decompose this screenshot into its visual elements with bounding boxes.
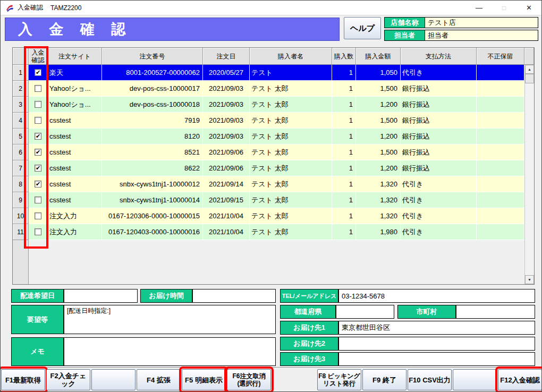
f6-order-cancel-button[interactable]: F6注文取消(選択行) — [227, 369, 271, 390]
table-row[interactable]: 3Yahoo!ショ...dev-pos-css-100000182021/09/… — [13, 97, 524, 113]
table-row[interactable]: 11注文入力0167-120403-0000-100000162021/10/0… — [13, 224, 524, 240]
delivery-time-field[interactable] — [192, 289, 276, 303]
cell-order-number: 8120 — [102, 129, 203, 144]
cell-buyer-name: テスト 太郎 — [250, 113, 332, 129]
cell-payment-method: 代引き — [401, 192, 477, 208]
table-row[interactable]: 5✔csstest81202021/09/03テスト 太郎11,200銀行振込 — [13, 129, 524, 144]
cell-quantity: 1 — [332, 81, 356, 97]
cell-amount: 1,320 — [356, 208, 401, 224]
scroll-up-button[interactable]: ▲ — [525, 65, 534, 74]
payment-confirm-checkbox[interactable] — [35, 85, 41, 92]
tel-mail-field[interactable]: 03-1234-5678 — [338, 289, 535, 303]
table-row[interactable]: 8✔csstestsnbx-cyws1tnj1-100000122021/09/… — [13, 176, 524, 192]
cell-order-site: csstest — [48, 113, 102, 129]
window-title-code: TAMZ2200 — [50, 4, 81, 12]
cell-fraud-hold — [477, 97, 524, 113]
payment-confirm-checkbox[interactable] — [35, 212, 41, 219]
close-button[interactable]: ✕ — [516, 1, 541, 15]
cell-buyer-name: テスト 太郎 — [250, 208, 332, 224]
scroll-down-button[interactable]: ▼ — [525, 275, 534, 284]
cell-payment-method: 代引き — [401, 65, 477, 81]
payment-confirm-checkbox[interactable] — [35, 117, 41, 124]
f8-picking-list-button[interactable]: F8 ピッキングリスト発行 — [317, 369, 361, 390]
cell-order-site: 楽天 — [48, 65, 102, 81]
cell-payment-confirm — [29, 81, 48, 97]
table-row[interactable]: 1✔楽天8001-200527-000000622020/05/27テスト11,… — [13, 65, 524, 81]
payment-confirm-checkbox[interactable]: ✔ — [35, 133, 41, 140]
cell-quantity: 1 — [332, 97, 356, 113]
payment-confirm-checkbox[interactable] — [35, 101, 41, 108]
payment-confirm-checkbox[interactable]: ✔ — [35, 181, 41, 188]
scrollbar-track[interactable] — [525, 83, 534, 275]
row-number[interactable]: 8 — [13, 176, 29, 192]
cell-buyer-name: テスト 太郎 — [250, 129, 332, 144]
payment-confirm-checkbox[interactable] — [35, 228, 41, 235]
minimize-button[interactable]: — — [467, 1, 492, 15]
f2-payment-check-button[interactable]: F2入金チェック — [46, 369, 90, 390]
cell-payment-confirm — [29, 192, 48, 208]
cell-fraud-hold — [477, 160, 524, 176]
table-row[interactable]: 4csstest79192021/09/03テスト 太郎11,500銀行振込 — [13, 113, 524, 129]
row-number[interactable]: 2 — [13, 81, 29, 97]
table-row[interactable]: 10注文入力0167-120306-0000-100000152021/10/0… — [13, 208, 524, 224]
memo-field[interactable] — [64, 337, 276, 366]
row-number[interactable]: 1 — [13, 65, 29, 81]
table-row[interactable]: 7✔csstest86222021/09/06テスト 太郎11,200銀行振込 — [13, 160, 524, 176]
payment-confirmation-window: { "titlebar": { "title": "入金確認", "code":… — [0, 0, 542, 392]
payment-confirm-checkbox[interactable]: ✔ — [35, 149, 41, 156]
city-field[interactable] — [456, 305, 535, 319]
grid-empty-area — [13, 240, 524, 284]
cell-buyer-name: テスト 太郎 — [250, 81, 332, 97]
f4-extend-button[interactable]: F4 拡張 — [137, 369, 181, 390]
tel-mail-label: TEL/メールアドレス — [280, 289, 338, 303]
vertical-scrollbar[interactable]: ▲ ▼ — [524, 65, 534, 284]
f5-detail-view-button[interactable]: F5 明細表示 — [182, 369, 226, 390]
request-field[interactable]: [配送日時指定:] — [64, 305, 276, 334]
address2-field[interactable] — [338, 337, 535, 351]
cell-amount: 1,980 — [356, 224, 401, 240]
payment-confirm-checkbox[interactable]: ✔ — [35, 165, 41, 172]
cell-payment-method: 銀行振込 — [401, 129, 477, 144]
delivery-date-field[interactable] — [64, 289, 138, 303]
cell-amount: 1,050 — [356, 65, 401, 81]
table-row[interactable]: 2Yahoo!ショ...dev-pos-css-100000172021/09/… — [13, 81, 524, 97]
column-header-hold: 不正保留 — [477, 48, 524, 65]
cell-quantity: 1 — [332, 192, 356, 208]
row-number[interactable]: 5 — [13, 129, 29, 144]
cell-order-date: 2021/10/04 — [203, 208, 250, 224]
cell-order-date: 2021/10/04 — [203, 224, 250, 240]
cell-order-site: csstest — [48, 144, 102, 160]
row-number[interactable]: 4 — [13, 113, 29, 129]
cell-order-site: Yahoo!ショ... — [48, 97, 102, 113]
memo-label: メモ — [11, 337, 64, 366]
table-row[interactable]: 6✔csstest85212021/09/06テスト 太郎11,500銀行振込 — [13, 144, 524, 160]
payment-confirm-checkbox[interactable] — [35, 197, 41, 203]
cell-order-date: 2021/09/06 — [203, 160, 250, 176]
delivery-time-label: お届け時間 — [140, 289, 192, 303]
address1-field[interactable]: 東京都世田谷区 — [338, 321, 535, 335]
address1-label: お届け先1 — [280, 321, 338, 335]
f10-csv-output-button[interactable]: F10 CSV出力 — [408, 369, 452, 390]
f1-latest-fetch-button[interactable]: F1最新取得 — [1, 369, 45, 390]
payment-confirm-checkbox[interactable]: ✔ — [35, 69, 41, 76]
row-number[interactable]: 7 — [13, 160, 29, 176]
help-button[interactable]: ヘルプ — [344, 17, 381, 39]
row-number[interactable]: 10 — [13, 208, 29, 224]
window-controls: — □ ✕ — [467, 1, 541, 15]
prefecture-field[interactable] — [336, 305, 394, 319]
f9-exit-button[interactable]: F9 終了 — [362, 369, 406, 390]
scrollbar-thumb[interactable] — [525, 74, 534, 83]
cell-order-number: 7919 — [102, 113, 203, 129]
row-number[interactable]: 9 — [13, 192, 29, 208]
table-header-row: 入金確認注文サイト注文番号注文日購入者名購入数購入金額支払方法不正保留 — [13, 48, 534, 65]
row-number[interactable]: 6 — [13, 144, 29, 160]
row-number[interactable]: 3 — [13, 97, 29, 113]
cell-payment-confirm — [29, 113, 48, 129]
staff-label: 担当者 — [384, 30, 425, 41]
cell-amount: 1,200 — [356, 160, 401, 176]
staff-value: 担当者 — [425, 30, 538, 41]
address3-field[interactable] — [338, 352, 535, 366]
f12-payment-confirm-button[interactable]: F12入金確認 — [498, 369, 542, 390]
table-row[interactable]: 9csstestsnbx-cyws1tnj1-100000142021/09/1… — [13, 192, 524, 208]
row-number[interactable]: 11 — [13, 224, 29, 240]
